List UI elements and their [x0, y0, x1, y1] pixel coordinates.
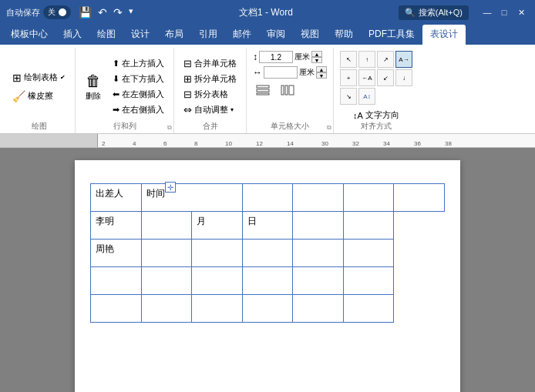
tab-layout[interactable]: 布局: [157, 25, 191, 45]
align-top-left[interactable]: ↖: [340, 51, 357, 68]
tab-draw[interactable]: 绘图: [89, 25, 123, 45]
ruler-tick-10: 10: [225, 140, 232, 147]
split-table-button[interactable]: ⊟ 拆分表格: [180, 87, 240, 102]
toggle-state: 关: [48, 7, 56, 18]
align-bottom-left[interactable]: ↙: [377, 69, 394, 86]
autosave-toggle[interactable]: 关: [43, 5, 71, 19]
tab-insert[interactable]: 插入: [56, 25, 89, 45]
table-cell[interactable]: 周艳: [91, 240, 142, 267]
delete-button[interactable]: 🗑 删除: [82, 68, 105, 106]
height-increase[interactable]: ▲: [311, 51, 322, 57]
insert-above-label: 在上方插入: [122, 58, 164, 69]
align-top-center[interactable]: ↑: [358, 51, 375, 68]
table-cell[interactable]: [141, 295, 192, 323]
maximize-button[interactable]: □: [496, 5, 512, 20]
tab-review[interactable]: 审阅: [259, 25, 293, 45]
insert-above-button[interactable]: ⬆ 在上方插入: [109, 56, 167, 71]
eraser-button[interactable]: 🧹 橡皮擦: [9, 89, 69, 104]
height-decrease[interactable]: ▼: [311, 57, 322, 63]
alignment-grid: ↖ ↑ ↗ A→ + ←A ↙ ↓ ↘ A↕: [340, 51, 412, 105]
align-middle-right[interactable]: ←A: [358, 69, 375, 86]
table-cell[interactable]: [242, 240, 293, 267]
align-bottom-right[interactable]: ↘: [340, 88, 357, 105]
insert-right-button[interactable]: ➡ 在右侧插入: [109, 102, 167, 117]
draw-table-button[interactable]: ⊞ 绘制表格 ✔: [9, 70, 69, 85]
table-cell[interactable]: 月: [192, 212, 243, 240]
align-bottom-center[interactable]: ↓: [395, 69, 412, 86]
rows-cols-expand-icon[interactable]: ⧉: [167, 124, 172, 132]
align-middle-left[interactable]: A→: [395, 51, 412, 68]
table-cell[interactable]: [293, 295, 344, 323]
width-increase[interactable]: ▲: [316, 66, 327, 72]
customize-icon[interactable]: ▾: [129, 6, 133, 18]
split-cells-button[interactable]: ⊞ 拆分单元格: [180, 72, 240, 86]
align-top-right[interactable]: ↗: [377, 51, 394, 68]
table-cell[interactable]: [394, 184, 445, 212]
table-cell[interactable]: [293, 240, 344, 267]
distribute-rows-button[interactable]: [253, 83, 273, 97]
tab-references[interactable]: 引用: [191, 25, 225, 45]
width-decrease[interactable]: ▼: [316, 72, 327, 79]
tab-mail[interactable]: 邮件: [225, 25, 259, 45]
table-cell[interactable]: [141, 212, 192, 240]
table-cell[interactable]: [192, 267, 243, 295]
distribute-cols-button[interactable]: [278, 83, 298, 97]
document-table: 出差人 时间 李明 月 日 周艳: [90, 183, 445, 323]
table-cell[interactable]: [192, 295, 243, 323]
align-extra[interactable]: A↕: [358, 88, 375, 105]
table-cell[interactable]: [343, 240, 394, 267]
undo-icon[interactable]: ↶: [98, 6, 107, 18]
insert-left-button[interactable]: ⬅ 在左侧插入: [109, 87, 167, 102]
alignment-group-label: 对齐方式: [361, 121, 392, 132]
window-controls: — □ ✕: [479, 5, 529, 20]
redo-icon[interactable]: ↷: [113, 6, 123, 18]
align-middle-center[interactable]: +: [340, 69, 357, 86]
auto-fit-button[interactable]: ⇔ 自动调整 ▾: [180, 102, 240, 117]
delete-label: 删除: [86, 91, 101, 102]
search-box[interactable]: 🔍 搜索(Alt+Q): [399, 5, 469, 20]
distribute-rows-icon: [256, 85, 270, 95]
table-cell[interactable]: [91, 267, 142, 295]
table-cell[interactable]: 李明: [91, 212, 142, 240]
table-move-handle[interactable]: ✛: [165, 182, 176, 193]
table-cell[interactable]: 日: [242, 212, 293, 240]
table-cell[interactable]: 出差人: [91, 184, 142, 212]
table-cell[interactable]: [343, 212, 394, 240]
table-cell[interactable]: [293, 267, 344, 295]
width-input[interactable]: [264, 66, 298, 79]
table-cell[interactable]: [242, 295, 293, 323]
save-icon[interactable]: 💾: [79, 6, 92, 18]
table-cell[interactable]: [242, 267, 293, 295]
ribbon-group-drawing: ⊞ 绘制表格 ✔ 🧹 橡皮擦 绘图: [3, 48, 76, 133]
table-row: [91, 267, 445, 295]
table-cell[interactable]: [192, 240, 243, 267]
table-cell[interactable]: [343, 295, 394, 323]
height-input[interactable]: [259, 51, 293, 63]
tab-help[interactable]: 帮助: [327, 25, 361, 45]
tab-pdf-tools[interactable]: PDF工具集: [361, 25, 422, 45]
table-cell[interactable]: [293, 212, 344, 240]
close-button[interactable]: ✕: [513, 5, 529, 20]
table-cell[interactable]: [242, 184, 293, 212]
tab-design[interactable]: 设计: [123, 25, 157, 45]
table-cell[interactable]: [91, 295, 142, 323]
merge-cells-button[interactable]: ⊟ 合并单元格: [180, 56, 240, 71]
insert-below-button[interactable]: ⬇ 在下方插入: [109, 72, 167, 86]
tab-table-design[interactable]: 表设计: [422, 25, 466, 45]
table-cell[interactable]: [141, 240, 192, 267]
minimize-button[interactable]: —: [479, 5, 495, 20]
table-cell[interactable]: [293, 184, 344, 212]
cell-size-expand-icon[interactable]: ⧉: [327, 124, 331, 132]
text-direction-label: 文字方向: [365, 109, 399, 121]
table-cell[interactable]: [141, 267, 192, 295]
table-row: 出差人 时间: [91, 184, 445, 212]
svg-rect-5: [289, 85, 294, 95]
tab-view[interactable]: 视图: [293, 25, 327, 45]
table-cell[interactable]: [343, 184, 394, 212]
svg-rect-1: [257, 89, 269, 92]
table-cell[interactable]: 时间: [141, 184, 242, 212]
insert-buttons: ⬆ 在上方插入 ⬇ 在下方插入 ⬅ 在左侧插入 ➡ 在右侧插入: [109, 56, 167, 117]
table-cell[interactable]: [343, 267, 394, 295]
merge-group-content: ⊟ 合并单元格 ⊞ 拆分单元格 ⊟ 拆分表格 ⇔ 自动调整 ▾: [180, 49, 240, 122]
tab-template-center[interactable]: 模板中心: [3, 25, 56, 45]
